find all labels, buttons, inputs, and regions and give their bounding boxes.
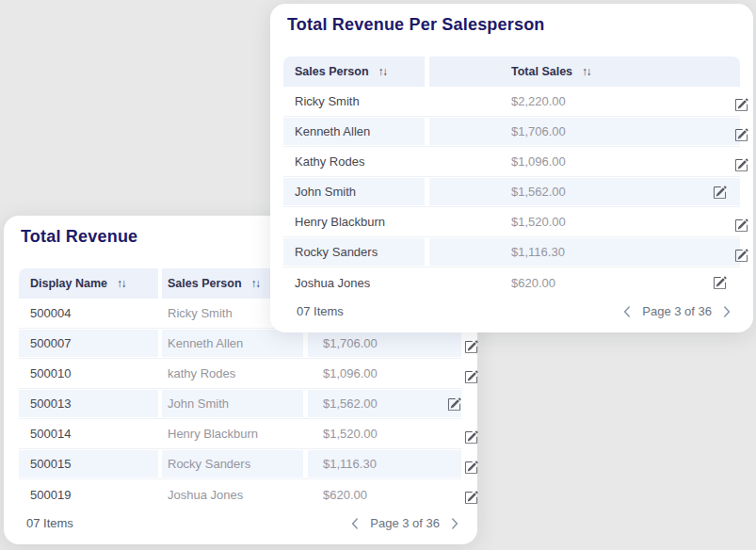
sort-icon[interactable]: ↑↓ — [251, 278, 260, 289]
table-row[interactable]: 500013 John Smith $1,562.00 — [19, 389, 461, 419]
column-header-label: Sales Person — [295, 65, 369, 78]
edit-row-icon[interactable] — [463, 460, 478, 475]
cell-total-sales: $1,520.00 — [429, 207, 740, 236]
cell-sales-person: John Smith — [162, 389, 303, 418]
cell-sales-person: Kenneth Allen — [283, 117, 425, 146]
cell-total-sales: $2,220.00 — [429, 87, 740, 116]
cell-total-sales: $1,116.30 — [429, 237, 740, 267]
cell-display-name: 500007 — [19, 329, 158, 358]
cell-display-name: 500004 — [19, 299, 158, 328]
cell-display-name: 500015 — [19, 449, 158, 478]
table-row[interactable]: Henry Blackburn $1,520.00 — [283, 207, 740, 237]
cell-display-name: 500013 — [19, 389, 158, 418]
table-row[interactable]: 500010 kathy Rodes $1,096.00 — [19, 359, 461, 389]
items-count: 07 Items — [297, 304, 344, 318]
cell-total-sales: $1,096.00 — [308, 359, 461, 388]
items-count: 07 Items — [26, 516, 73, 530]
table-row[interactable]: Kenneth Allen $1,706.00 — [283, 117, 740, 147]
revenue-per-salesperson-table: Sales Person ↑↓ Total Sales ↑↓ Ricky Smi… — [283, 57, 740, 298]
table-header-row: Sales Person ↑↓ Total Sales ↑↓ — [283, 57, 740, 87]
edit-row-icon[interactable] — [463, 369, 478, 384]
page-indicator: Page 3 of 36 — [370, 516, 440, 530]
edit-row-icon[interactable] — [712, 275, 727, 290]
table-row[interactable]: John Smith $1,562.00 — [283, 177, 740, 207]
cell-sales-person: John Smith — [283, 177, 425, 206]
edit-row-icon[interactable] — [733, 157, 748, 172]
pagination: Page 3 of 36 — [351, 516, 458, 530]
cell-total-sales: $1,520.00 — [308, 419, 461, 448]
edit-row-icon[interactable] — [733, 127, 748, 142]
cell-sales-person: Ricky Smith — [283, 87, 425, 116]
table-row[interactable]: Rocky Sanders $1,116.30 — [283, 237, 740, 267]
cell-sales-person: Henry Blackburn — [162, 419, 303, 448]
table-footer: 07 Items Page 3 of 36 — [270, 294, 753, 332]
sort-icon[interactable]: ↑↓ — [582, 66, 590, 77]
sort-icon[interactable]: ↑↓ — [117, 278, 125, 289]
cell-display-name: 500010 — [19, 359, 158, 388]
cell-sales-person: Henry Blackburn — [283, 207, 425, 236]
cell-total-sales: $1,096.00 — [429, 147, 740, 176]
cell-display-name: 500014 — [19, 419, 158, 448]
column-header-label: Total Sales — [511, 65, 572, 78]
sort-icon[interactable]: ↑↓ — [378, 66, 387, 77]
canvas: { "theme": { "page_bg": "#e8e8e8", "card… — [0, 0, 756, 550]
column-header-label: Display Name — [30, 277, 107, 290]
next-page-icon[interactable] — [723, 306, 731, 317]
previous-page-icon[interactable] — [351, 518, 359, 529]
table-row[interactable]: 500014 Henry Blackburn $1,520.00 — [19, 419, 461, 449]
cell-sales-person: Kathy Rodes — [283, 147, 425, 176]
edit-row-icon[interactable] — [733, 97, 748, 112]
table-footer: 07 Items Page 3 of 36 — [4, 506, 477, 544]
column-header-sales-person[interactable]: Sales Person ↑↓ — [283, 57, 425, 87]
edit-row-icon[interactable] — [463, 429, 478, 445]
cell-total-sales: $1,562.00 — [308, 389, 461, 418]
cell-sales-person: Rocky Sanders — [162, 449, 303, 478]
edit-row-icon[interactable] — [733, 248, 748, 263]
cell-total-sales: $1,116.30 — [308, 449, 461, 478]
table-row[interactable]: 500007 Kenneth Allen $1,706.00 — [19, 329, 461, 359]
cell-total-sales: $1,706.00 — [308, 329, 461, 358]
cell-total-sales: $1,706.00 — [429, 117, 740, 146]
previous-page-icon[interactable] — [623, 306, 631, 317]
table-row[interactable]: Ricky Smith $2,220.00 — [283, 87, 740, 117]
edit-row-icon[interactable] — [733, 218, 748, 233]
cell-sales-person: kathy Rodes — [162, 359, 303, 388]
column-header-display-name[interactable]: Display Name ↑↓ — [19, 268, 158, 299]
edit-row-icon[interactable] — [712, 185, 727, 200]
edit-row-icon[interactable] — [446, 396, 461, 412]
cell-sales-person: Rocky Sanders — [283, 237, 425, 267]
page-title: Total Revenue Per Salesperson — [287, 13, 736, 36]
column-header-label: Sales Person — [168, 277, 242, 290]
table-row[interactable]: 500015 Rocky Sanders $1,116.30 — [19, 449, 461, 479]
cell-sales-person: Kenneth Allen — [162, 329, 303, 358]
next-page-icon[interactable] — [451, 518, 458, 529]
table-row[interactable]: Kathy Rodes $1,096.00 — [283, 147, 740, 177]
pagination: Page 3 of 36 — [623, 304, 731, 318]
page-indicator: Page 3 of 36 — [642, 304, 712, 318]
edit-row-icon[interactable] — [463, 339, 478, 354]
cell-total-sales: $1,562.00 — [429, 177, 740, 206]
card-total-revenue-per-salesperson: Total Revenue Per Salesperson Sales Pers… — [270, 4, 753, 332]
edit-row-icon[interactable] — [463, 490, 478, 505]
column-header-total-sales[interactable]: Total Sales ↑↓ — [429, 57, 740, 87]
